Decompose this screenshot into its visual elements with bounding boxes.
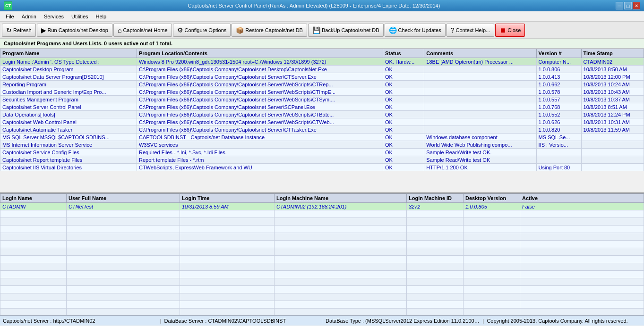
minimize-button[interactable]: ─ bbox=[616, 2, 623, 9]
table-cell bbox=[0, 271, 67, 278]
title-bar: CT Captools/net Server Control Panel (Ru… bbox=[0, 0, 644, 11]
table-row[interactable]: Captools/net Desktop ProgramC:\Program F… bbox=[0, 66, 644, 73]
table-cell: OK bbox=[383, 126, 424, 134]
table-cell: C:\Program Files (x86)\Captools Company\… bbox=[137, 111, 383, 118]
run-captools-button[interactable]: ▶ Run Captools/net Desktop bbox=[37, 24, 112, 37]
table-row bbox=[0, 263, 644, 271]
table-row[interactable]: Custodian Import and Generic Imp\Exp Pro… bbox=[0, 88, 644, 96]
col-active: Active bbox=[520, 194, 644, 203]
programs-section[interactable]: Program Name Program Location/Contents S… bbox=[0, 49, 644, 192]
table-cell bbox=[67, 263, 180, 271]
context-help-button[interactable]: ? Context Help... bbox=[447, 24, 495, 37]
table-cell bbox=[520, 233, 644, 241]
table-cell: 1.0.0.413 bbox=[536, 73, 581, 81]
table-row[interactable]: Captools/net Server Control PanelC:\Prog… bbox=[0, 103, 644, 111]
table-row[interactable]: Captools/net Automatic TaskerC:\Program … bbox=[0, 126, 644, 134]
table-row[interactable]: Captools/net Web Control PanelC:\Program… bbox=[0, 118, 644, 126]
table-cell: Securities Management Program bbox=[0, 96, 137, 103]
backup-db-button[interactable]: 💾 BackUp Captools/net DB bbox=[308, 24, 384, 37]
table-cell bbox=[275, 293, 407, 301]
refresh-button[interactable]: ↻ Refresh bbox=[2, 24, 36, 37]
db-server-status: DataBase Server : CTADMIN02\CAPTOOLSDBIN… bbox=[164, 318, 318, 324]
table-row[interactable]: Captools/net Service Config FilesRequire… bbox=[0, 149, 644, 156]
table-row[interactable]: Securities Management ProgramC:\Program … bbox=[0, 96, 644, 103]
table-row[interactable]: Captools/net Report template FilesReport… bbox=[0, 156, 644, 164]
restore-button[interactable]: ◻ bbox=[624, 2, 632, 9]
table-cell bbox=[67, 293, 180, 301]
table-row[interactable]: MS SQL Server MSSQL$CAPTOOLSDBINS...CAPT… bbox=[0, 134, 644, 141]
backup-db-label: BackUp Captools/net DB bbox=[322, 27, 379, 33]
restore-db-button[interactable]: 📦 Restore Captools/net DB bbox=[232, 24, 307, 37]
table-row[interactable]: MS Internet Information Server ServiceW3… bbox=[0, 141, 644, 149]
table-cell: OK bbox=[383, 88, 424, 96]
table-row[interactable]: Login Name :'Admin '. OS Type Detected :… bbox=[0, 58, 644, 66]
table-cell: OK bbox=[383, 164, 424, 171]
menu-file[interactable]: File bbox=[2, 13, 18, 20]
table-row bbox=[0, 301, 644, 309]
close-window-button[interactable]: ✕ bbox=[633, 2, 640, 9]
table-cell: CTADMIN02 (192.168.24.201) bbox=[275, 203, 407, 210]
refresh-icon: ↻ bbox=[6, 26, 12, 34]
context-help-label: Context Help... bbox=[456, 27, 490, 33]
table-cell: Using Port 80 bbox=[536, 164, 581, 171]
run-captools-label: Run Captools/net Desktop bbox=[48, 27, 108, 33]
table-row bbox=[0, 226, 644, 233]
table-row[interactable]: Data Operations[Tools]C:\Program Files (… bbox=[0, 111, 644, 118]
table-cell bbox=[180, 271, 275, 278]
table-cell: OK. Hardw... bbox=[383, 58, 424, 66]
table-cell bbox=[520, 301, 644, 309]
table-cell bbox=[464, 286, 520, 293]
menu-help[interactable]: Help bbox=[92, 13, 111, 20]
table-cell: Computer N... bbox=[536, 58, 581, 66]
table-cell: Captools/net Desktop Program bbox=[0, 66, 137, 73]
table-cell: 1.0.0.552 bbox=[536, 111, 581, 118]
col-version: Version # bbox=[536, 49, 581, 58]
captools-home-label: Captools/net Home bbox=[123, 27, 167, 33]
table-row bbox=[0, 256, 644, 263]
table-cell bbox=[464, 263, 520, 271]
table-row[interactable]: Captools/net IIS Virtual DirectoriesCTWe… bbox=[0, 164, 644, 171]
table-cell: C:\Program Files (x86)\Captools Company\… bbox=[137, 126, 383, 134]
table-cell bbox=[424, 118, 536, 126]
table-cell: 1.0.0.578 bbox=[536, 88, 581, 96]
table-cell bbox=[520, 248, 644, 256]
col-status: Status bbox=[383, 49, 424, 58]
table-cell: 1.0.0.805 bbox=[464, 203, 520, 210]
table-cell: 3272 bbox=[407, 203, 464, 210]
table-cell bbox=[424, 88, 536, 96]
table-cell bbox=[0, 301, 67, 309]
table-cell: Reporting Program bbox=[0, 81, 137, 88]
menu-utilities[interactable]: Utilities bbox=[68, 13, 92, 20]
table-cell bbox=[180, 226, 275, 233]
menu-admin[interactable]: Admin bbox=[18, 13, 40, 20]
table-cell: MS SQL Server MSSQL$CAPTOOLSDBINS... bbox=[0, 134, 137, 141]
table-cell: Captools/net Web Control Panel bbox=[0, 118, 137, 126]
table-cell: OK bbox=[383, 111, 424, 118]
users-section[interactable]: Login Name User Full Name Login Time Log… bbox=[0, 192, 644, 315]
table-row[interactable]: CTADMINCTNetTest10/31/2013 8:59 AMCTADMI… bbox=[0, 203, 644, 210]
table-cell bbox=[67, 226, 180, 233]
table-cell: False bbox=[520, 203, 644, 210]
table-cell bbox=[275, 241, 407, 248]
window-title: Captools/net Server Control Panel (RunAs… bbox=[12, 3, 616, 8]
table-cell: C:\Program Files (x86)\Captools Company\… bbox=[137, 96, 383, 103]
table-row[interactable]: Reporting ProgramC:\Program Files (x86)\… bbox=[0, 81, 644, 88]
captools-home-button[interactable]: ⌂ Captools/net Home bbox=[113, 24, 172, 37]
table-cell bbox=[407, 301, 464, 309]
menu-services[interactable]: Services bbox=[40, 13, 68, 20]
close-button[interactable]: ⏹ Close bbox=[495, 24, 525, 37]
users-table-body: CTADMINCTNetTest10/31/2013 8:59 AMCTADMI… bbox=[0, 203, 644, 316]
table-row[interactable]: Captools/net Data Server Program[DS2010]… bbox=[0, 73, 644, 81]
table-cell: MS Internet Information Server Service bbox=[0, 141, 137, 149]
configure-icon: ⚙ bbox=[177, 26, 183, 34]
table-cell bbox=[180, 233, 275, 241]
table-cell: 1.0.0.626 bbox=[536, 118, 581, 126]
window-controls: ─ ◻ ✕ bbox=[616, 2, 640, 9]
table-cell: Login Name :'Admin '. OS Type Detected : bbox=[0, 58, 137, 66]
table-cell bbox=[581, 134, 644, 141]
table-row bbox=[0, 210, 644, 218]
table-cell bbox=[424, 103, 536, 111]
check-updates-button[interactable]: 🌐 Check for Updates bbox=[385, 24, 446, 37]
table-row bbox=[0, 286, 644, 293]
configure-button[interactable]: ⚙ Configure Options bbox=[173, 24, 231, 37]
